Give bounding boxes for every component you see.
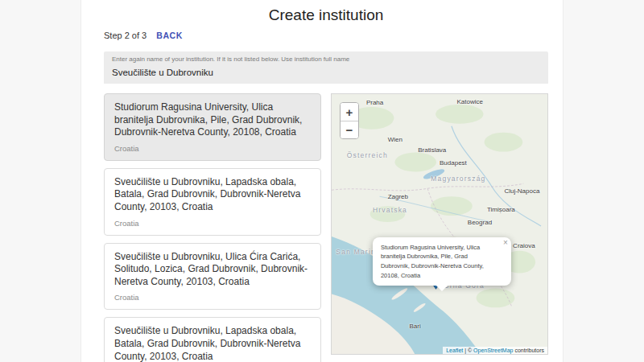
institution-search-input[interactable] [112, 68, 540, 77]
back-button[interactable]: BACK [156, 31, 183, 40]
result-item[interactable]: Studiorum Ragusina University, Ulica bra… [104, 93, 321, 161]
map-label-city: Katowice [456, 98, 482, 105]
result-address: Sveučilište u Dubrovniku, Ulica Ćira Car… [114, 251, 311, 289]
map-attribution: Leaflet | © OpenStreetMap contributors [443, 347, 547, 354]
map-label-city: Zagreb [388, 193, 408, 200]
attribution-separator: | © [463, 348, 473, 353]
results-list: Studiorum Ragusina University, Ulica bra… [104, 93, 321, 362]
page-title: Create institution [104, 6, 548, 24]
zoom-out-button[interactable]: − [341, 121, 358, 138]
result-address: Sveučilište u Dubrovniku, Lapadska obala… [114, 176, 311, 214]
result-address: Sveučilište u Dubrovniku, Lapadska obala… [114, 325, 311, 362]
map-label-city: Praha [366, 99, 383, 106]
popup-text: Studiorum Ragusina University, Ulica bra… [381, 244, 484, 279]
result-item[interactable]: Sveučilište u Dubrovniku, Ulica Ćira Car… [104, 243, 321, 311]
map-label-city: Bratislava [418, 146, 446, 154]
map-popup: Studiorum Ragusina University, Ulica bra… [373, 237, 511, 286]
result-country: Croatia [114, 144, 311, 153]
leaflet-link[interactable]: Leaflet [446, 348, 463, 353]
map-label-city: Cluj-Napoca [504, 187, 539, 195]
map-tiles [332, 94, 547, 354]
step-label: Step 2 of 3 [104, 31, 147, 40]
map-label-city: Craiova [513, 242, 535, 249]
content-columns: Studiorum Ragusina University, Ulica bra… [104, 93, 548, 362]
attribution-suffix: contributors [513, 348, 544, 353]
map-label-country: Hrvatska [373, 206, 407, 214]
map-label-city: Budapest [440, 159, 467, 167]
map-label-country: Magyarország [431, 175, 485, 183]
zoom-in-button[interactable]: + [341, 103, 358, 121]
map-label-city: Bari [409, 323, 420, 330]
result-country: Croatia [114, 293, 311, 302]
result-item[interactable]: Sveučilište u Dubrovniku, Lapadska obala… [104, 317, 321, 362]
result-item[interactable]: Sveučilište u Dubrovniku, Lapadska obala… [104, 168, 321, 236]
map-label-city: Timișoara [487, 206, 515, 213]
map-label-city: Wien [388, 136, 402, 143]
search-hint-label: Enter again name of your institution. If… [112, 56, 540, 63]
create-institution-page: Create institution Step 2 of 3 BACK Ente… [80, 0, 564, 362]
result-address: Studiorum Ragusina University, Ulica bra… [114, 101, 311, 139]
institution-search: Enter again name of your institution. If… [104, 51, 548, 84]
map-label-country: Österreich [347, 151, 388, 159]
map-zoom-control: + − [340, 102, 359, 139]
result-country: Croatia [114, 219, 311, 228]
map-label-city: Beograd [468, 219, 492, 226]
map[interactable]: Praha Katowice Wien Bratislava Budapest … [331, 93, 548, 355]
popup-close-icon[interactable]: × [503, 239, 508, 247]
osm-link[interactable]: OpenStreetMap [473, 348, 513, 353]
step-row: Step 2 of 3 BACK [104, 31, 548, 40]
